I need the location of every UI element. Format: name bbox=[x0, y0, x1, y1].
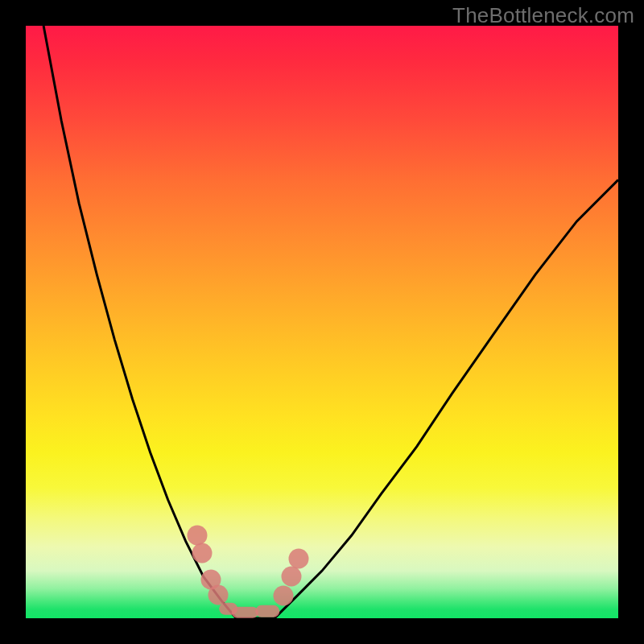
data-marker bbox=[281, 567, 301, 587]
plot-area bbox=[26, 26, 618, 618]
chart-root: TheBottleneck.com bbox=[0, 0, 644, 644]
watermark-label: TheBottleneck.com bbox=[452, 3, 634, 28]
data-marker bbox=[256, 605, 279, 617]
data-marker bbox=[274, 586, 294, 606]
data-marker bbox=[232, 606, 258, 618]
data-marker bbox=[288, 549, 308, 569]
data-marker bbox=[188, 525, 208, 545]
marker-layer bbox=[26, 26, 618, 618]
data-marker bbox=[208, 584, 229, 605]
data-marker bbox=[192, 543, 213, 564]
